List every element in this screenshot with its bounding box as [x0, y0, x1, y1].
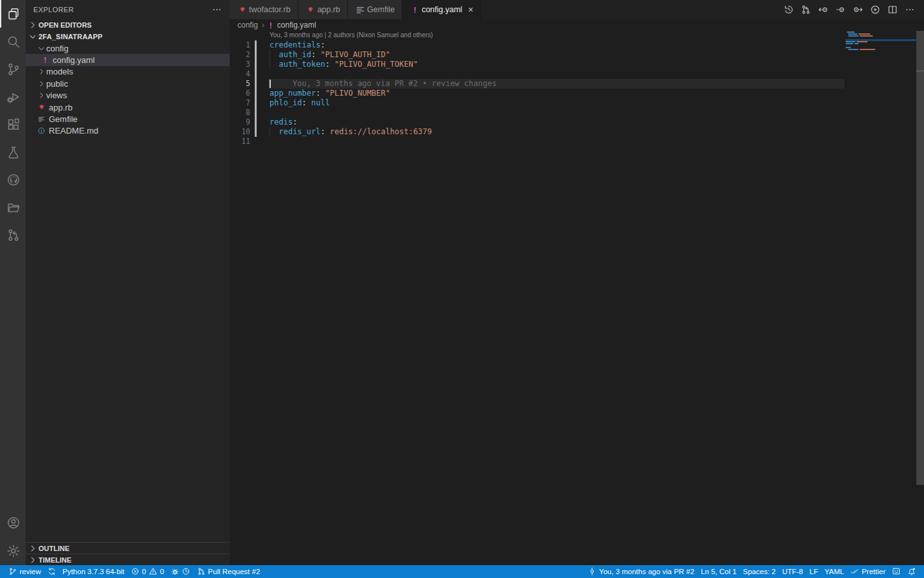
status-branch[interactable]: review — [5, 565, 44, 578]
explorer-item-app-rb[interactable]: app.rb — [26, 101, 230, 113]
code-line-8: 8 — [230, 108, 924, 118]
activity-item-account[interactable] — [0, 509, 26, 537]
folder-icon — [6, 200, 21, 215]
status-problems[interactable]: 00 — [128, 565, 167, 578]
tab-twofactor-rb[interactable]: twofactor.rb — [230, 0, 298, 19]
chevron-right-icon — [28, 556, 37, 565]
code-line-3: 3 auth_token: "PLIVO_AUTH_TOKEN" — [230, 60, 924, 69]
file-tree: config!config.yamlmodelspublicviewsapp.r… — [26, 42, 230, 137]
sidebar-explorer: EXPLORER OPEN EDITORS 2FA_SINATRAAPP con… — [26, 0, 230, 565]
status-sync[interactable] — [44, 565, 60, 578]
timeline-section[interactable]: TIMELINE — [26, 554, 230, 565]
warning-icon — [149, 567, 158, 576]
history-icon — [783, 4, 794, 15]
activity-bar-bottom — [0, 509, 26, 565]
project-root-folder[interactable]: 2FA_SINATRAAPP — [26, 31, 230, 42]
tree-item-label: public — [46, 79, 68, 89]
outline-section[interactable]: OUTLINE — [26, 542, 230, 554]
gear-icon — [6, 544, 21, 558]
explorer-item-readme-md[interactable]: README.md — [26, 125, 230, 137]
code-line-11: 11 — [230, 137, 924, 146]
line-number: 4 — [230, 69, 250, 79]
blame-annotation-header[interactable]: You, 3 months ago | 2 authors (Nixon Sam… — [270, 31, 433, 39]
tab-app-rb[interactable]: app.rb — [298, 0, 348, 19]
activity-item-source-control[interactable] — [0, 55, 26, 83]
line-number: 1 — [230, 40, 250, 50]
explorer-more-actions-button[interactable] — [212, 4, 222, 15]
status-cursor-position[interactable]: Ln 5, Col 1 — [697, 565, 740, 578]
ruby-icon — [307, 6, 314, 13]
status-gitlens-modes[interactable] — [167, 565, 194, 578]
action-previous-change[interactable] — [818, 4, 828, 15]
close-icon[interactable]: × — [468, 5, 473, 14]
breadcrumb-file[interactable]: config.yaml — [277, 21, 316, 30]
chevron-right-icon — [28, 544, 37, 553]
activity-item-remote-explorer[interactable] — [0, 193, 26, 221]
explorer-item-public[interactable]: public — [26, 78, 230, 89]
status-feedback[interactable] — [889, 565, 904, 578]
line-number: 9 — [230, 118, 250, 127]
ruby-icon — [239, 6, 246, 13]
line-number: 11 — [230, 137, 250, 146]
explorer-item-config[interactable]: config — [26, 42, 230, 54]
tree-item-label: Gemfile — [49, 114, 78, 124]
gemfile-icon — [37, 115, 46, 123]
account-icon — [6, 516, 21, 530]
action-more-actions[interactable] — [905, 4, 915, 15]
code-line-2: 2 auth_id: "PLIVO_AUTH_ID" — [230, 50, 924, 60]
status-pull-request[interactable]: Pull Request #2 — [194, 565, 264, 578]
activity-item-github[interactable] — [0, 166, 26, 193]
action-split-editor[interactable] — [887, 4, 898, 15]
explorer-item-views[interactable]: views — [26, 90, 230, 101]
line-number: 10 — [230, 127, 250, 137]
code-line-10: 10 redis_url: redis://localhost:6379 — [230, 127, 924, 137]
tree-item-label: models — [46, 67, 73, 76]
action-pull-request[interactable] — [801, 4, 811, 15]
activity-item-settings[interactable] — [0, 537, 26, 565]
tab-label: Gemfile — [367, 5, 395, 14]
git-branch-icon — [8, 567, 17, 576]
minimap[interactable] — [846, 31, 916, 493]
explorer-item-config-yaml[interactable]: !config.yaml — [26, 54, 230, 66]
flask-icon — [6, 145, 21, 159]
action-run[interactable] — [870, 4, 880, 15]
explorer-item-gemfile[interactable]: Gemfile — [26, 113, 230, 125]
activity-item-extensions[interactable] — [0, 110, 26, 138]
breadcrumb[interactable]: config › ! config.yaml — [230, 19, 924, 31]
status-language-mode[interactable]: YAML — [821, 565, 847, 578]
status-indentation[interactable]: Spaces: 2 — [740, 565, 779, 578]
code-line-5: 5You, 3 months ago via PR #2 • review ch… — [230, 79, 924, 89]
line-number: 8 — [230, 108, 250, 118]
tab-gemfile[interactable]: Gemfile — [348, 0, 402, 19]
breadcrumb-folder[interactable]: config — [237, 21, 258, 30]
activity-item-pull-requests[interactable] — [0, 221, 26, 249]
open-editors-section[interactable]: OPEN EDITORS — [26, 19, 230, 31]
extensions-icon — [6, 118, 21, 132]
code-editor[interactable]: You, 3 months ago | 2 authors (Nixon Sam… — [230, 31, 924, 565]
activity-item-search[interactable] — [0, 28, 26, 55]
status-formatter[interactable]: Prettier — [847, 565, 889, 578]
activity-item-run-debug[interactable] — [0, 83, 26, 110]
activity-item-testing[interactable] — [0, 138, 26, 166]
activity-item-explorer[interactable] — [0, 0, 26, 28]
yaml-warning-icon: ! — [413, 5, 418, 15]
status-blame[interactable]: You, 3 months ago via PR #2 — [585, 565, 697, 578]
action-next-change[interactable] — [853, 4, 863, 15]
tree-item-label: app.rb — [49, 103, 73, 112]
action-open-changes[interactable] — [835, 4, 846, 15]
tree-item-label: README.md — [49, 126, 98, 136]
tab-config-yaml[interactable]: !config.yaml× — [402, 0, 481, 19]
status-python-interpreter[interactable]: Python 3.7.3 64-bit — [59, 565, 128, 578]
status-eol[interactable]: LF — [807, 565, 821, 578]
action-history[interactable] — [783, 4, 794, 15]
editor-group: twofactor.rbapp.rbGemfile!config.yaml× c… — [230, 0, 924, 565]
files-icon — [6, 7, 21, 21]
status-encoding[interactable]: UTF-8 — [779, 565, 807, 578]
explorer-item-models[interactable]: models — [26, 66, 230, 78]
status-notifications[interactable] — [904, 565, 920, 578]
tab-bar: twofactor.rbapp.rbGemfile!config.yaml× — [230, 0, 924, 19]
vertical-scrollbar[interactable] — [916, 31, 924, 485]
tab-label: config.yaml — [422, 5, 462, 14]
line-number: 3 — [230, 60, 250, 69]
code-line-6: 6app_number: "PLIVO_NUMBER" — [230, 89, 924, 98]
